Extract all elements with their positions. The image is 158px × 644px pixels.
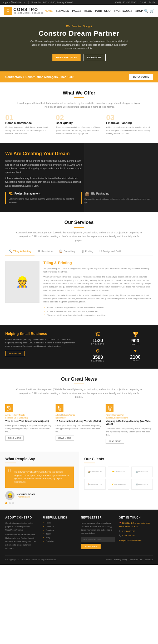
nav-services[interactable]: SERVICES — [56, 9, 69, 12]
footer-about-title: About Constro — [5, 516, 39, 519]
nav-portfolio[interactable]: PORTFOLIO — [95, 9, 110, 12]
offer-num-1: 01 — [5, 114, 52, 121]
footer-bottom-terms[interactable]: Terms of Use — [130, 558, 142, 561]
banner-text: Contractors & Construction Managers Sinc… — [5, 75, 74, 78]
services-tabs: 🔨 Tiling & Printing ⚙ Revolution 📋 Consu… — [5, 247, 153, 255]
tab-design-build[interactable]: ✂ Design and Build — [96, 247, 124, 255]
news-cat-2: Industry Trends — [62, 414, 75, 416]
news-tags-3: Buildings, Sales Consulting — [106, 417, 153, 419]
brand-name: CONSTRO — [13, 7, 44, 12]
hero-desc: Our Mission: A deep or tasks consectetur… — [29, 40, 129, 50]
social-tw[interactable]: t — [142, 1, 143, 4]
offer-divider — [74, 97, 84, 98]
news-card-1: 05 Apr Admin | Industry Trends Business,… — [5, 404, 52, 444]
news-read-1[interactable]: READ MORE — [5, 436, 24, 441]
offer-item-3: 03 Financial Planning All the Lorem Ipsu… — [106, 114, 153, 135]
offer-text-3: All the Lorem Ipsum generators on the In… — [106, 126, 153, 135]
news-title-1: Year In New York Construction (Quote) — [5, 420, 52, 423]
nav-blog[interactable]: BLOG — [85, 9, 92, 12]
news-card-3: 16 Feb Admin | Business Plan Buildings, … — [106, 404, 153, 444]
footer-link-portfolio[interactable]: Portfolio — [43, 540, 77, 542]
dot-2[interactable] — [9, 502, 11, 504]
hero-read-button[interactable]: READ MORE — [83, 54, 106, 61]
footer-bottom: © Copyright 2017 Constro Theme. All Righ… — [5, 556, 153, 561]
stat-likes: ♥ 2100 LIKES — [118, 348, 153, 362]
footer-bottom-home[interactable]: Home — [106, 558, 111, 561]
newsletter-input[interactable] — [81, 537, 115, 542]
clients-title: Our Clients — [84, 457, 153, 461]
footer-bottom-sitemap[interactable]: Sitemap — [145, 558, 153, 561]
stats-read-more-button[interactable]: READ MORE — [5, 351, 25, 356]
subscribe-button[interactable]: SUBSCRIBE — [81, 544, 101, 549]
news-author-1: Admin — [5, 414, 11, 416]
footer-link-services[interactable]: Services — [43, 529, 77, 531]
hero-title: Constro Dream Partner — [38, 29, 119, 38]
worker-image: 👷 — [5, 261, 39, 303]
client-logo-2: 🤝PARTNER&CO — [108, 467, 129, 477]
stat-projects-icon: 🏗 — [80, 332, 115, 337]
news-day-1: 05 — [7, 405, 12, 409]
offer-num-3: 03 — [106, 114, 153, 121]
clients-divider — [84, 463, 95, 463]
offer-item-1: 01 Home Maintenance Contrary to popular … — [5, 114, 52, 135]
stat-likes-label: LIKES — [118, 359, 153, 362]
services-list-item-1: All the Lorem Ipsum generators on the In… — [43, 306, 153, 310]
services-section: Our Services Construction Project Manage… — [0, 212, 158, 325]
client-logo-3: 🏢REAL ESTATE — [131, 467, 153, 477]
news-desc: Construction Project Management (CPM) is… — [16, 388, 142, 399]
footer-links-title: Usefull Links — [43, 516, 77, 519]
tab-revolution[interactable]: ⚙ Revolution — [34, 247, 56, 255]
tab-printing[interactable]: 🖨 Printing — [78, 247, 96, 255]
services-active-title: Tiling & Printing — [43, 261, 153, 265]
news-title: Our Great News — [5, 376, 153, 382]
footer-link-team[interactable]: Team — [43, 533, 77, 535]
footer-bottom-privacy[interactable]: Privacy Policy — [114, 558, 127, 561]
services-text-content: Tiling & Printing Simply dummy text of t… — [43, 261, 153, 317]
offer-item-2: 02 Best Quality There are many variation… — [56, 114, 102, 135]
dream-desc2: It has survived not only five centuries,… — [5, 176, 84, 188]
offer-text-1: Contrary to popular belief, Lorem Ipsum … — [5, 126, 52, 135]
topbar-phone: (007) 123 456 7890 — [115, 1, 136, 4]
get-quote-button[interactable]: GET A QUOTE — [129, 74, 153, 80]
footer-link-blog[interactable]: Blog — [43, 536, 77, 539]
footer-about-text2: Simple and well structured code. High qu… — [5, 533, 39, 550]
social-in[interactable]: in — [149, 1, 151, 4]
footer-link-home[interactable]: Home — [43, 522, 77, 524]
news-meta-1: Admin | Industry Trends — [5, 414, 52, 416]
stat-projects-num: 1520 — [80, 338, 115, 343]
news-day-2: 16 — [57, 405, 62, 409]
news-month-2: Feb — [57, 409, 62, 411]
stats-title-highlight: Business — [31, 332, 47, 336]
news-text-3: Lorem ipsum is simply dummy text of the … — [106, 427, 153, 437]
news-text-1: Lorem ipsum is simply dummy text of the … — [5, 424, 52, 433]
stat-credit-num: 900 — [118, 338, 153, 343]
footer-links: Usefull Links Home About Us Services Tea… — [43, 516, 77, 552]
hero-projects-button[interactable]: MORE PROJECTS — [52, 54, 80, 61]
nav-home[interactable]: HOME — [45, 9, 53, 12]
social-fb[interactable]: f — [140, 1, 141, 4]
dream-feature-1: 🏗 Project Management Various versions ha… — [5, 192, 77, 204]
dot-1[interactable] — [5, 502, 7, 504]
services-desc3: It has survived not only five centuries,… — [43, 294, 153, 304]
news-date-1: 05 Apr — [5, 404, 52, 412]
nav-shortcodes[interactable]: SHORTCODES — [114, 9, 132, 12]
news-read-2[interactable]: READ MORE — [56, 436, 74, 441]
footer-link-about[interactable]: About Us — [43, 525, 77, 528]
news-read-3[interactable]: READ MORE — [106, 439, 124, 444]
nav-pages[interactable]: PAGES — [72, 9, 81, 12]
news-grid: 05 Apr Admin | Industry Trends Business,… — [5, 404, 153, 444]
tab-tiling-printing[interactable]: 🔨 Tiling & Printing — [5, 247, 34, 255]
search-icon[interactable]: 🔍 — [144, 9, 148, 13]
dot-3[interactable] — [12, 502, 14, 504]
services-list: All the Lorem Ipsum generators on the In… — [43, 306, 153, 317]
social-gp[interactable]: G+ — [144, 1, 147, 4]
news-author-3: Admin — [106, 414, 111, 416]
cart-icon[interactable]: 🛒 — [150, 9, 154, 13]
nav-shop[interactable]: SHOP — [135, 9, 143, 12]
logo-icon: C — [4, 7, 12, 15]
offer-title-1: Home Maintenance — [5, 121, 52, 124]
social-be[interactable]: Be — [152, 1, 155, 4]
footer-address: 📍 1234 North Avenue Luke Lane South Bend… — [119, 522, 153, 528]
services-list-item-2: It uses a dictionary of over 200 Latin w… — [43, 310, 153, 313]
tab-consulting[interactable]: 📋 Consulting — [56, 247, 78, 255]
